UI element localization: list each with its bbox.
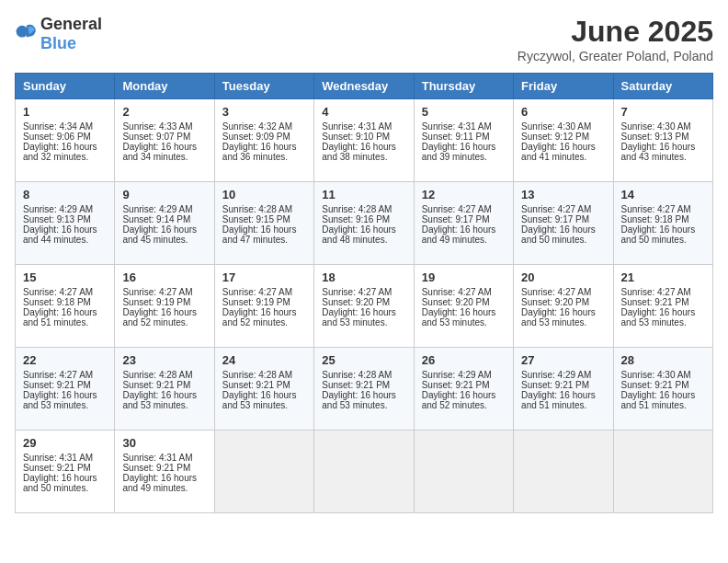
daylight-text: Daylight: 16 hours and 39 minutes. [422, 142, 506, 162]
month-title: June 2025 [518, 15, 713, 49]
daylight-text: Daylight: 16 hours and 49 minutes. [422, 224, 506, 245]
sunrise-text: Sunrise: 4:28 AM [222, 370, 306, 380]
day-number: 19 [422, 270, 506, 284]
day-number: 14 [621, 188, 705, 201]
day-number: 9 [122, 188, 206, 201]
sunset-text: Sunset: 9:07 PM [122, 132, 206, 142]
daylight-text: Daylight: 16 hours and 38 minutes. [322, 142, 405, 162]
calendar-cell [214, 431, 313, 513]
sunrise-text: Sunrise: 4:27 AM [222, 287, 306, 297]
calendar-cell: 3Sunrise: 4:32 AMSunset: 9:09 PMDaylight… [214, 99, 313, 182]
col-header-thursday: Thursday [414, 74, 513, 99]
calendar-cell: 18Sunrise: 4:27 AMSunset: 9:20 PMDayligh… [314, 265, 414, 348]
calendar-cell: 9Sunrise: 4:29 AMSunset: 9:14 PMDaylight… [115, 182, 214, 265]
day-number: 23 [122, 353, 206, 367]
calendar-cell: 6Sunrise: 4:30 AMSunset: 9:12 PMDaylight… [514, 99, 613, 182]
calendar-header-row: SundayMondayTuesdayWednesdayThursdayFrid… [16, 74, 713, 99]
col-header-tuesday: Tuesday [214, 74, 313, 99]
sunrise-text: Sunrise: 4:33 AM [122, 121, 206, 132]
sunset-text: Sunset: 9:21 PM [521, 380, 605, 390]
page-header: General Blue June 2025 Ryczywol, Greater… [15, 15, 713, 63]
sunset-text: Sunset: 9:11 PM [422, 132, 506, 142]
sunrise-text: Sunrise: 4:27 AM [521, 204, 605, 214]
day-number: 15 [23, 270, 107, 284]
sunrise-text: Sunrise: 4:31 AM [322, 121, 405, 132]
calendar-cell: 25Sunrise: 4:28 AMSunset: 9:21 PMDayligh… [314, 348, 414, 431]
sunset-text: Sunset: 9:12 PM [521, 132, 605, 142]
calendar-cell: 21Sunrise: 4:27 AMSunset: 9:21 PMDayligh… [613, 265, 712, 348]
calendar-cell [414, 431, 513, 513]
sunset-text: Sunset: 9:19 PM [122, 297, 206, 307]
sunrise-text: Sunrise: 4:27 AM [23, 370, 107, 380]
calendar-cell: 19Sunrise: 4:27 AMSunset: 9:20 PMDayligh… [414, 265, 513, 348]
day-number: 20 [521, 270, 605, 284]
sunset-text: Sunset: 9:21 PM [621, 380, 705, 390]
sunrise-text: Sunrise: 4:31 AM [422, 121, 506, 132]
sunrise-text: Sunrise: 4:29 AM [521, 370, 605, 380]
daylight-text: Daylight: 16 hours and 52 minutes. [222, 307, 306, 327]
calendar-cell: 4Sunrise: 4:31 AMSunset: 9:10 PMDaylight… [314, 99, 414, 182]
daylight-text: Daylight: 16 hours and 47 minutes. [222, 224, 306, 245]
sunrise-text: Sunrise: 4:29 AM [122, 204, 206, 214]
daylight-text: Daylight: 16 hours and 44 minutes. [23, 224, 107, 245]
daylight-text: Daylight: 16 hours and 53 minutes. [621, 307, 705, 327]
day-number: 28 [621, 353, 705, 367]
sunrise-text: Sunrise: 4:30 AM [621, 370, 705, 380]
daylight-text: Daylight: 16 hours and 36 minutes. [222, 142, 306, 162]
sunrise-text: Sunrise: 4:32 AM [222, 121, 306, 132]
sunset-text: Sunset: 9:20 PM [322, 297, 405, 307]
week-row-2: 8Sunrise: 4:29 AMSunset: 9:13 PMDaylight… [16, 182, 713, 265]
day-number: 1 [23, 105, 107, 119]
daylight-text: Daylight: 16 hours and 50 minutes. [23, 473, 107, 493]
day-number: 27 [521, 353, 605, 367]
calendar-cell: 22Sunrise: 4:27 AMSunset: 9:21 PMDayligh… [16, 348, 115, 431]
sunrise-text: Sunrise: 4:27 AM [621, 287, 705, 297]
day-number: 2 [122, 105, 206, 119]
day-number: 12 [422, 188, 506, 201]
calendar-cell [314, 431, 414, 513]
day-number: 8 [23, 188, 107, 201]
calendar-cell: 17Sunrise: 4:27 AMSunset: 9:19 PMDayligh… [214, 265, 313, 348]
daylight-text: Daylight: 16 hours and 53 minutes. [322, 390, 405, 410]
calendar-cell: 27Sunrise: 4:29 AMSunset: 9:21 PMDayligh… [514, 348, 613, 431]
calendar-cell: 20Sunrise: 4:27 AMSunset: 9:20 PMDayligh… [514, 265, 613, 348]
sunrise-text: Sunrise: 4:27 AM [122, 287, 206, 297]
sunset-text: Sunset: 9:13 PM [23, 214, 107, 224]
daylight-text: Daylight: 16 hours and 53 minutes. [122, 390, 206, 410]
calendar-cell: 5Sunrise: 4:31 AMSunset: 9:11 PMDaylight… [414, 99, 513, 182]
calendar-cell: 11Sunrise: 4:28 AMSunset: 9:16 PMDayligh… [314, 182, 414, 265]
daylight-text: Daylight: 16 hours and 43 minutes. [621, 142, 705, 162]
location-subtitle: Ryczywol, Greater Poland, Poland [518, 49, 713, 63]
day-number: 5 [422, 105, 506, 119]
calendar-cell: 14Sunrise: 4:27 AMSunset: 9:18 PMDayligh… [613, 182, 712, 265]
calendar-cell: 8Sunrise: 4:29 AMSunset: 9:13 PMDaylight… [16, 182, 115, 265]
calendar-table: SundayMondayTuesdayWednesdayThursdayFrid… [15, 73, 713, 513]
calendar-cell: 24Sunrise: 4:28 AMSunset: 9:21 PMDayligh… [214, 348, 313, 431]
sunrise-text: Sunrise: 4:27 AM [422, 287, 506, 297]
day-number: 26 [422, 353, 506, 367]
calendar-cell: 13Sunrise: 4:27 AMSunset: 9:17 PMDayligh… [514, 182, 613, 265]
sunset-text: Sunset: 9:21 PM [322, 380, 405, 390]
sunrise-text: Sunrise: 4:30 AM [621, 121, 705, 132]
daylight-text: Daylight: 16 hours and 53 minutes. [322, 307, 405, 327]
sunset-text: Sunset: 9:17 PM [422, 214, 506, 224]
logo: General Blue [15, 15, 102, 53]
sunset-text: Sunset: 9:17 PM [521, 214, 605, 224]
sunrise-text: Sunrise: 4:28 AM [322, 204, 405, 214]
sunset-text: Sunset: 9:21 PM [422, 380, 506, 390]
svg-point-0 [17, 26, 28, 38]
day-number: 10 [222, 188, 306, 201]
calendar-cell: 28Sunrise: 4:30 AMSunset: 9:21 PMDayligh… [613, 348, 712, 431]
week-row-4: 22Sunrise: 4:27 AMSunset: 9:21 PMDayligh… [16, 348, 713, 431]
day-number: 11 [322, 188, 405, 201]
col-header-wednesday: Wednesday [314, 74, 414, 99]
week-row-3: 15Sunrise: 4:27 AMSunset: 9:18 PMDayligh… [16, 265, 713, 348]
sunrise-text: Sunrise: 4:27 AM [422, 204, 506, 214]
sunset-text: Sunset: 9:13 PM [621, 132, 705, 142]
daylight-text: Daylight: 16 hours and 52 minutes. [422, 390, 506, 410]
daylight-text: Daylight: 16 hours and 53 minutes. [23, 390, 107, 410]
col-header-sunday: Sunday [16, 74, 115, 99]
sunset-text: Sunset: 9:20 PM [521, 297, 605, 307]
sunrise-text: Sunrise: 4:27 AM [23, 287, 107, 297]
sunset-text: Sunset: 9:21 PM [621, 297, 705, 307]
